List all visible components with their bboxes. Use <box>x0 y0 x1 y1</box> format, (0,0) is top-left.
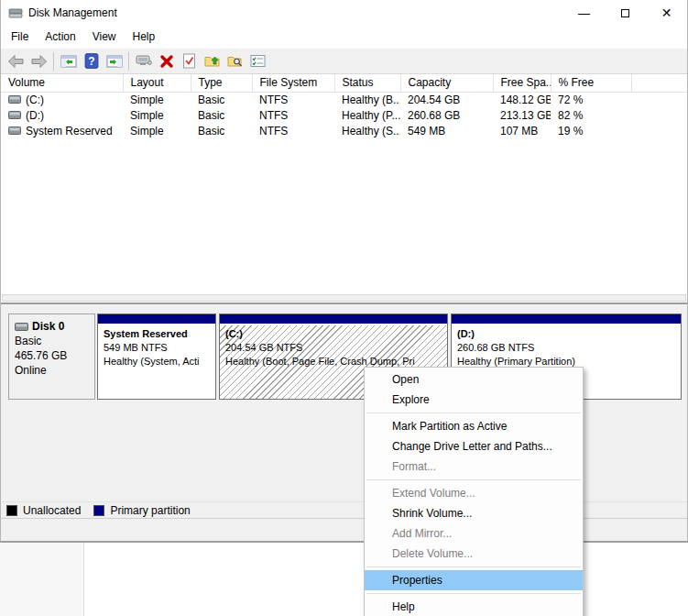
volume-name: System Reserved <box>26 125 113 138</box>
menu-item-shrink-volume[interactable]: Shrink Volume... <box>365 503 583 523</box>
column-header-file-system[interactable]: File System <box>252 74 334 92</box>
disk-management-app-icon <box>8 6 23 20</box>
menubar: File Action View Help <box>1 26 687 49</box>
disk-status: Online <box>15 363 93 378</box>
cell-type: Basic <box>191 123 252 138</box>
cell-type: Basic <box>191 107 252 123</box>
menu-item-change-drive-letter[interactable]: Change Drive Letter and Paths... <box>365 436 583 456</box>
help-icon: ? <box>84 53 99 69</box>
volume-icon <box>8 111 21 119</box>
volume-name: (C:) <box>26 94 44 106</box>
legend-bar: Unallocated Primary partition <box>1 501 687 519</box>
volume-list-pane: Volume Layout Type File System Status Ca… <box>1 74 687 302</box>
cell-capacity: 549 MB <box>400 123 493 138</box>
partition-size: 549 MB NTFS <box>104 341 215 355</box>
disk-0-info-panel[interactable]: Disk 0 Basic 465.76 GB Online <box>8 314 95 400</box>
task-check-button[interactable] <box>178 51 201 72</box>
back-button[interactable] <box>5 51 27 72</box>
toolbar: ? <box>1 49 687 74</box>
maximize-icon <box>621 9 629 17</box>
disk-icon <box>15 323 28 331</box>
cell-layout: Simple <box>123 107 191 123</box>
menu-item-add-mirror[interactable]: Add Mirror... <box>365 523 583 544</box>
menu-item-properties[interactable]: Properties <box>365 570 583 590</box>
show-action-pane-button[interactable] <box>103 51 126 72</box>
partition-system-reserved[interactable]: System Reserved 549 MB NTFS Healthy (Sys… <box>97 314 216 400</box>
legend-label: Primary partition <box>110 504 190 517</box>
menu-help[interactable]: Help <box>125 26 164 49</box>
column-header-volume[interactable]: Volume <box>1 74 123 92</box>
cell-status: Healthy (P... <box>334 107 400 123</box>
legend-primary-partition: Primary partition <box>93 504 190 517</box>
column-header-status[interactable]: Status <box>334 74 400 92</box>
menu-item-help[interactable]: Help <box>365 597 583 616</box>
column-header-type[interactable]: Type <box>191 74 252 92</box>
volume-row-c[interactable]: (C:) Simple Basic NTFS Healthy (B... 204… <box>1 92 687 107</box>
volume-icon <box>8 95 21 104</box>
forward-icon <box>30 54 48 69</box>
viewer-icon <box>136 54 152 68</box>
cell-pct-free: 19 % <box>551 123 631 138</box>
show-console-tree-button[interactable] <box>57 51 80 72</box>
column-header-layout[interactable]: Layout <box>123 74 191 92</box>
cell-status: Healthy (S... <box>334 123 400 138</box>
cell-capacity: 260.68 GB <box>400 107 493 123</box>
delete-volume-button[interactable] <box>155 51 178 72</box>
menu-view[interactable]: View <box>84 26 125 49</box>
partition-context-menu: Open Explore Mark Partition as Active Ch… <box>364 367 584 616</box>
folder-up-button[interactable] <box>201 51 224 72</box>
task-check-icon <box>182 53 196 69</box>
menu-item-open[interactable]: Open <box>365 369 583 390</box>
partition-color-bar <box>98 314 215 325</box>
horizontal-scrollbar[interactable] <box>2 294 686 302</box>
partition-size: 260.68 GB NTFS <box>457 341 681 355</box>
volume-row-d[interactable]: (D:) Simple Basic NTFS Healthy (P... 260… <box>1 107 687 123</box>
menu-action[interactable]: Action <box>37 26 83 49</box>
menu-separator <box>366 479 581 480</box>
disk-size: 465.76 GB <box>15 348 93 363</box>
checklist-button[interactable] <box>246 51 269 72</box>
unallocated-swatch <box>6 505 17 516</box>
menu-item-format[interactable]: Format... <box>365 456 583 477</box>
partition-name: (C:) <box>225 327 447 341</box>
column-header-pct-free[interactable]: % Free <box>551 74 631 92</box>
maximize-button[interactable] <box>605 0 646 26</box>
menu-item-explore[interactable]: Explore <box>365 390 583 410</box>
minimize-button[interactable]: — <box>563 0 605 26</box>
forward-button[interactable] <box>27 51 50 72</box>
column-header-free-space[interactable]: Free Spa... <box>493 74 551 92</box>
folder-search-button[interactable] <box>224 51 246 72</box>
partition-status: Healthy (System, Acti <box>104 355 215 368</box>
partition-color-bar <box>220 314 447 325</box>
menu-item-delete-volume[interactable]: Delete Volume... <box>365 544 583 564</box>
back-icon <box>7 54 25 69</box>
volume-row-system-reserved[interactable]: System Reserved Simple Basic NTFS Health… <box>1 123 687 138</box>
close-icon: ✕ <box>661 6 672 20</box>
cell-status: Healthy (B... <box>334 92 400 107</box>
column-header-blank <box>631 74 687 92</box>
partition-size: 204.54 GB NTFS <box>225 341 447 355</box>
cell-free-space: 107 MB <box>493 123 551 138</box>
cell-type: Basic <box>191 92 252 107</box>
menu-item-extend-volume[interactable]: Extend Volume... <box>365 483 583 503</box>
cell-file-system: NTFS <box>252 92 334 107</box>
folder-up-icon <box>204 54 221 68</box>
cell-file-system: NTFS <box>252 123 334 138</box>
help-button[interactable]: ? <box>80 51 103 72</box>
column-header-capacity[interactable]: Capacity <box>400 74 493 92</box>
partition-name: (D:) <box>457 327 681 341</box>
volume-table: Volume Layout Type File System Status Ca… <box>1 74 687 138</box>
disk-management-window: Disk Management — ✕ File Action View Hel… <box>0 0 688 543</box>
cell-capacity: 204.54 GB <box>400 92 493 107</box>
close-button[interactable]: ✕ <box>646 0 687 26</box>
show-console-tree-icon <box>60 54 77 69</box>
menu-separator <box>366 566 581 567</box>
titlebar: Disk Management — ✕ <box>1 0 687 26</box>
window-title: Disk Management <box>28 6 563 19</box>
volume-name: (D:) <box>26 109 44 122</box>
background-window-pane <box>0 543 84 616</box>
menu-file[interactable]: File <box>3 26 37 49</box>
menu-item-mark-partition-active[interactable]: Mark Partition as Active <box>365 416 583 436</box>
menu-separator <box>366 412 581 413</box>
viewer-button[interactable] <box>132 51 155 72</box>
